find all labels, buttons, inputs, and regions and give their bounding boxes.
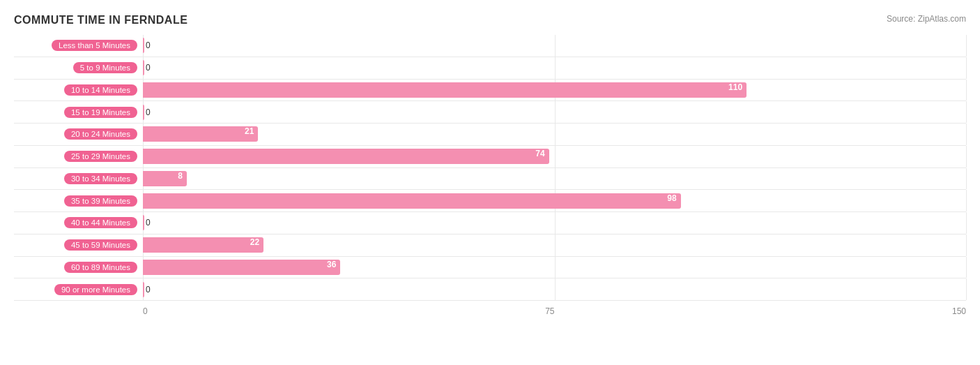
bar-row: 5 to 9 Minutes0 [14, 57, 966, 80]
axis-label: 150 [952, 306, 966, 316]
bar-label: 40 to 44 Minutes [14, 217, 143, 228]
axis-label: 75 [545, 306, 554, 316]
bar-track: 0 [143, 35, 966, 57]
bar-value-label: 21 [245, 126, 254, 136]
bar-fill [143, 60, 144, 75]
bar-label: 10 to 14 Minutes [14, 84, 143, 96]
bar-track: 110 [143, 80, 966, 101]
bar-row: 45 to 59 Minutes22 [14, 234, 966, 257]
bar-row: 25 to 29 Minutes74 [14, 146, 966, 168]
axis-label: 0 [143, 306, 148, 316]
bar-fill: 22 [143, 237, 263, 253]
chart-header: COMMUTE TIME IN FERNDALE Source: ZipAtla… [14, 14, 966, 27]
bar-label: 30 to 34 Minutes [14, 173, 143, 184]
bar-track: 98 [143, 190, 966, 211]
bar-value-label: 0 [146, 63, 151, 73]
bar-label: 15 to 19 Minutes [14, 107, 143, 118]
bar-row: 20 to 24 Minutes21 [14, 124, 966, 146]
bar-track: 74 [143, 146, 966, 167]
bar-value-label: 110 [728, 82, 742, 92]
bar-value-label: 0 [146, 218, 151, 228]
bar-track: 22 [143, 234, 966, 256]
bar-label: 25 to 29 Minutes [14, 151, 143, 162]
bar-row: 10 to 14 Minutes110 [14, 80, 966, 102]
bar-value-label: 98 [667, 193, 676, 203]
bar-label: 35 to 39 Minutes [14, 195, 143, 207]
bar-row: 60 to 89 Minutes36 [14, 257, 966, 279]
bar-row: 35 to 39 Minutes98 [14, 190, 966, 212]
bar-value-label: 0 [146, 40, 151, 50]
bar-track: 0 [143, 278, 966, 300]
bar-label: 90 or more Minutes [14, 284, 143, 295]
bar-track: 21 [143, 124, 966, 145]
bar-track: 36 [143, 257, 966, 278]
bar-fill: 110 [143, 82, 747, 98]
bar-row: 30 to 34 Minutes8 [14, 168, 966, 191]
chart-container: COMMUTE TIME IN FERNDALE Source: ZipAtla… [0, 0, 980, 365]
bar-value-label: 0 [146, 285, 151, 295]
bar-fill: 98 [143, 193, 681, 209]
bar-row: 90 or more Minutes0 [14, 278, 966, 301]
bar-label: 45 to 59 Minutes [14, 239, 143, 251]
axis-row: 075150 [14, 304, 966, 316]
bar-value-label: 74 [535, 149, 544, 158]
bar-track: 0 [143, 101, 966, 123]
bar-fill: 8 [143, 171, 187, 186]
chart-source: Source: ZipAtlas.com [887, 14, 966, 24]
bar-track: 0 [143, 212, 966, 234]
chart-title: COMMUTE TIME IN FERNDALE [14, 14, 187, 27]
bar-value-label: 36 [327, 260, 336, 269]
bar-row: 15 to 19 Minutes0 [14, 101, 966, 124]
bar-label: 20 to 24 Minutes [14, 128, 143, 140]
bar-fill [143, 282, 144, 297]
bar-value-label: 0 [146, 107, 151, 117]
bar-value-label: 22 [250, 237, 259, 247]
bar-fill [143, 105, 144, 120]
bar-label: 60 to 89 Minutes [14, 262, 143, 273]
bar-label: Less than 5 Minutes [14, 40, 143, 51]
bar-fill: 21 [143, 126, 258, 142]
bar-fill [143, 215, 144, 230]
bar-value-label: 8 [178, 171, 183, 181]
bar-fill: 74 [143, 149, 549, 164]
axis-labels: 075150 [143, 304, 966, 316]
bar-row: 40 to 44 Minutes0 [14, 212, 966, 234]
bar-track: 0 [143, 57, 966, 79]
chart-body: Less than 5 Minutes05 to 9 Minutes010 to… [14, 35, 966, 316]
bar-fill [143, 38, 144, 53]
bar-label: 5 to 9 Minutes [14, 62, 143, 73]
bar-fill: 36 [143, 260, 340, 275]
bar-track: 8 [143, 168, 966, 190]
bar-row: Less than 5 Minutes0 [14, 35, 966, 57]
